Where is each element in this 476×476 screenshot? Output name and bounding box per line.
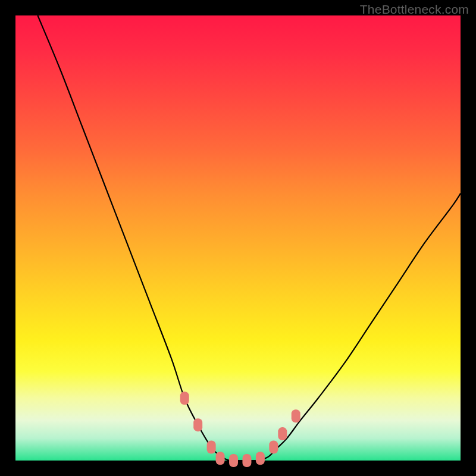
watermark-text: TheBottleneck.com	[360, 2, 469, 17]
curve-layer	[37, 15, 461, 461]
series-left-curve	[37, 15, 229, 461]
left-mid-marker	[193, 418, 202, 431]
bottom-marker-2	[229, 454, 238, 467]
chart-frame: TheBottleneck.com	[0, 0, 476, 476]
bottom-marker-1	[216, 452, 225, 465]
left-lower-marker	[207, 441, 216, 454]
bottom-marker-4	[256, 452, 265, 465]
marker-layer	[180, 392, 300, 467]
chart-svg	[15, 15, 461, 461]
left-upper-marker	[180, 392, 189, 405]
bottom-marker-3	[242, 454, 251, 467]
right-upper-marker	[292, 409, 300, 422]
right-mid-marker	[278, 427, 287, 440]
right-lower-marker	[269, 441, 278, 454]
series-right-curve	[260, 193, 461, 461]
